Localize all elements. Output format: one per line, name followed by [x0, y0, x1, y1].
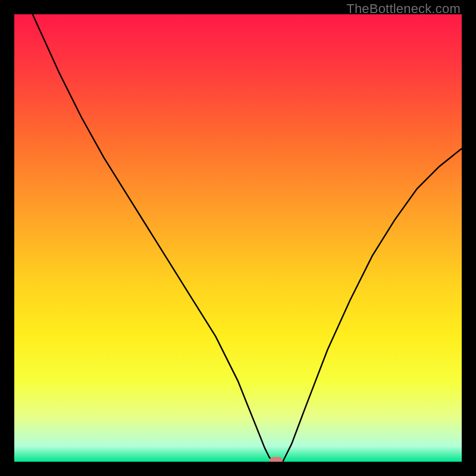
optimal-point-marker [270, 457, 283, 462]
bottleneck-curve [14, 14, 462, 462]
chart-frame: TheBottleneck.com [0, 0, 476, 476]
plot-area [14, 14, 462, 462]
